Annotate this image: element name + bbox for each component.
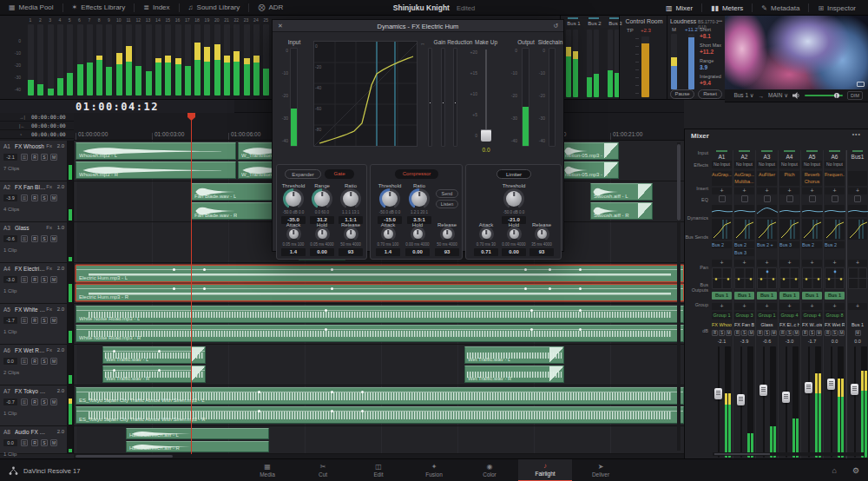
strip-pan-control[interactable] bbox=[825, 267, 845, 289]
gate-range-knob[interactable] bbox=[314, 191, 330, 207]
timeline-vertical-scrollbar[interactable] bbox=[677, 142, 681, 451]
toolbar-button-effects-library[interactable]: ✶Effects Library bbox=[63, 0, 135, 16]
strip-add-effect-button[interactable]: + bbox=[848, 188, 867, 194]
strip-fader-handle[interactable] bbox=[805, 382, 812, 393]
strip-add-output-button[interactable]: + bbox=[825, 303, 845, 310]
mixer-horizontal-scrollbar[interactable] bbox=[713, 452, 865, 456]
strip-insert-toggle[interactable] bbox=[779, 195, 799, 203]
make-up-slider-handle[interactable] bbox=[481, 129, 491, 142]
track-solo-button[interactable]: S bbox=[41, 439, 48, 446]
expander-tab[interactable]: Expander bbox=[285, 169, 321, 179]
pause-button[interactable]: Pause bbox=[670, 89, 694, 99]
audio-clip[interactable]: nsition-05.mp3 - L bbox=[562, 142, 619, 160]
track-mute-button[interactable]: M bbox=[50, 317, 57, 324]
strip-add-send-button[interactable]: + bbox=[802, 260, 822, 267]
monitor-bus-select[interactable]: Bus 1 ∨ bbox=[733, 92, 753, 99]
strip-effects[interactable]: AuFilter bbox=[757, 171, 777, 186]
strip-mute-button[interactable]: M bbox=[855, 330, 861, 336]
strip-group[interactable]: Group 8 bbox=[825, 312, 845, 320]
strip-record-button[interactable]: R bbox=[734, 330, 740, 336]
audio-clip[interactable]: Hawk Screech.aiff - R bbox=[126, 441, 269, 452]
mixer-options-icon[interactable]: ••• bbox=[852, 131, 861, 137]
strip-bus-sends[interactable]: Bus 2 bbox=[825, 241, 845, 257]
page-tab-cut[interactable]: ✂Cut bbox=[296, 459, 350, 481]
automation-point[interactable] bbox=[331, 410, 333, 412]
strip-record-button[interactable]: R bbox=[757, 330, 763, 336]
compressor-tab[interactable]: Compressor bbox=[395, 169, 438, 179]
dim-button[interactable]: DIM bbox=[847, 91, 863, 100]
strip-dynamics-thumbnail[interactable] bbox=[825, 219, 845, 240]
track-lock-icon[interactable]: ⚿ bbox=[21, 439, 28, 446]
fade-out-handle[interactable] bbox=[191, 347, 205, 363]
loudness-options-icon[interactable]: ••• bbox=[718, 18, 722, 23]
strip-record-button[interactable]: R bbox=[712, 330, 718, 336]
track-header-a1[interactable]: A1FX WhooshFx2.0-2.1⚿RSM7 Clips bbox=[0, 141, 68, 181]
gate-release-value[interactable]: 93 bbox=[339, 248, 363, 256]
strip-fader-handle[interactable] bbox=[714, 388, 722, 399]
limiter-attack-knob[interactable] bbox=[482, 229, 491, 239]
panel-toggle-inspector[interactable]: ⊞Inspector bbox=[809, 0, 865, 16]
page-tab-color[interactable]: ◉Color bbox=[463, 459, 516, 481]
strip-pan-control[interactable] bbox=[848, 267, 867, 289]
strip-dynamics-thumbnail[interactable] bbox=[848, 219, 867, 240]
gate-attack-value[interactable]: 1.4 bbox=[281, 248, 306, 256]
automation-point[interactable] bbox=[331, 268, 333, 271]
gate-hold-value[interactable]: 0.00 bbox=[310, 248, 334, 256]
strip-mute-button[interactable]: M bbox=[838, 330, 845, 336]
strip-add-output-button[interactable]: + bbox=[757, 303, 777, 310]
strip-mute-button[interactable]: M bbox=[748, 330, 754, 336]
strip-effects[interactable]: ReverbChorus bbox=[802, 171, 822, 186]
strip-add-send-button[interactable]: + bbox=[757, 260, 777, 267]
strip-solo-button[interactable]: S bbox=[809, 330, 815, 336]
track-record-button[interactable]: R bbox=[31, 317, 38, 324]
strip-dynamics-thumbnail[interactable] bbox=[712, 219, 732, 240]
strip-add-send-button[interactable]: + bbox=[848, 260, 867, 267]
strip-insert-toggle[interactable] bbox=[734, 195, 754, 203]
strip-dynamics-thumbnail[interactable] bbox=[802, 219, 822, 240]
gate-release-knob[interactable] bbox=[346, 229, 356, 239]
limiter-hold-knob[interactable] bbox=[510, 229, 519, 239]
track-lock-icon[interactable]: ⚿ bbox=[21, 235, 28, 242]
send-button[interactable]: Send bbox=[436, 189, 458, 198]
track-lock-icon[interactable]: ⚿ bbox=[21, 317, 28, 324]
settings-gear-icon[interactable]: ⚙ bbox=[852, 466, 859, 475]
strip-add-send-button[interactable]: + bbox=[825, 260, 845, 267]
strip-fader-handle[interactable] bbox=[827, 379, 835, 390]
strip-fader-handle[interactable] bbox=[737, 394, 745, 405]
compressor-attack-value[interactable]: 1.4 bbox=[376, 248, 400, 256]
audio-clip[interactable]: Wet Traffic.wav - L bbox=[464, 346, 564, 364]
limiter-hold-value[interactable]: 0.00 bbox=[502, 248, 526, 256]
track-mute-button[interactable]: M bbox=[50, 439, 57, 446]
strip-add-effect-button[interactable]: + bbox=[757, 188, 777, 194]
track-record-button[interactable]: R bbox=[31, 399, 38, 405]
strip-fader-handle[interactable] bbox=[782, 392, 790, 403]
limiter-release-knob[interactable] bbox=[537, 229, 547, 239]
strip-pan-control[interactable] bbox=[779, 267, 799, 289]
audio-clip[interactable]: Hawk Screech.aiff - L bbox=[126, 428, 269, 439]
strip-bus-output[interactable]: Bus 1 bbox=[712, 292, 732, 300]
strip-solo-button[interactable]: S bbox=[741, 330, 747, 336]
strip-bus-sends[interactable]: Bus 2 bbox=[802, 241, 822, 257]
strip-dynamics-thumbnail[interactable] bbox=[734, 219, 754, 240]
home-icon[interactable]: ⌂ bbox=[832, 466, 836, 475]
monitor-volume-slider[interactable] bbox=[805, 95, 843, 96]
compressor-threshold-knob[interactable] bbox=[382, 191, 398, 207]
track-mute-button[interactable]: M bbox=[50, 154, 57, 161]
strip-insert-toggle[interactable] bbox=[848, 195, 867, 203]
strip-group[interactable]: Group 1 bbox=[757, 312, 777, 320]
track-solo-button[interactable]: S bbox=[41, 235, 48, 242]
audio-clip[interactable]: Electric Hum.mp3 - R bbox=[76, 284, 684, 301]
mixer-strip-a2[interactable]: A2No InputAuGrap...Multiba...+Bus 2Bus 3… bbox=[733, 150, 756, 458]
automation-point[interactable] bbox=[325, 328, 327, 331]
page-tab-fusion[interactable]: ✦Fusion bbox=[407, 459, 461, 481]
strip-mute-button[interactable]: M bbox=[816, 330, 822, 336]
mixer-strip-a3[interactable]: A3No InputAuFilter+Bus 2 ++ Bus 1+Group … bbox=[756, 150, 779, 458]
strip-bus-sends[interactable]: Bus 2 bbox=[712, 241, 732, 257]
limiter-attack-value[interactable]: 0.71 bbox=[474, 248, 498, 256]
automation-point[interactable] bbox=[325, 309, 327, 312]
strip-group[interactable]: Group 1 bbox=[712, 312, 732, 320]
strip-add-output-button[interactable]: + bbox=[848, 303, 867, 310]
track-solo-button[interactable]: S bbox=[41, 399, 48, 405]
toolbar-button-index[interactable]: ≣Index bbox=[135, 0, 178, 16]
strip-group[interactable]: Group 4 bbox=[779, 312, 799, 320]
